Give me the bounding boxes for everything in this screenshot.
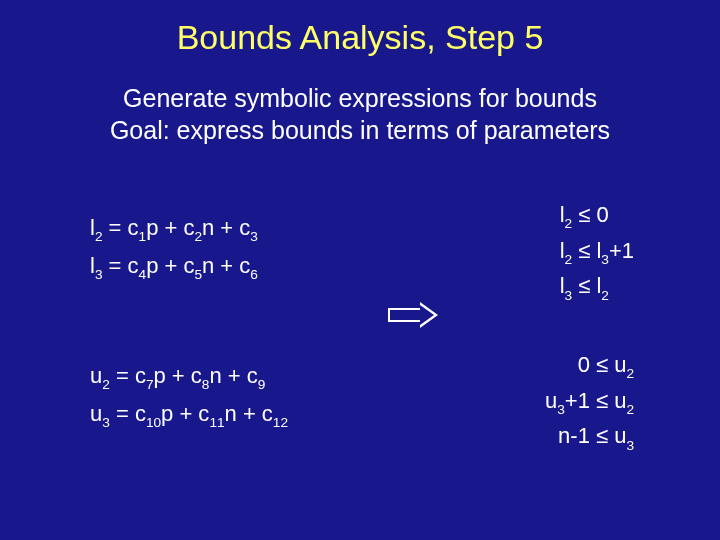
constraints-lower: 0 ≤ u2u3+1 ≤ u2n-1 ≤ u3: [545, 348, 634, 455]
subtitle-line-2: Goal: express bounds in terms of paramet…: [110, 116, 610, 144]
coef-sub: 5: [194, 267, 202, 282]
coef-sub: 7: [146, 377, 154, 392]
constraints-upper: l2 ≤ 0l2 ≤ l3+1l3 ≤ l2: [560, 198, 634, 305]
eq-lhs-sub: 3: [102, 415, 110, 430]
coef-sub: 6: [250, 267, 258, 282]
eq-lhs: u: [90, 401, 102, 426]
equation-l2: l2 = c1p + c2n + c3: [90, 215, 258, 243]
constraint-line: 0 ≤ u2: [545, 348, 634, 384]
equation-l3: l3 = c4p + c5n + c6: [90, 253, 258, 281]
coef-sub: 2: [194, 229, 202, 244]
equation-u3: u3 = c10p + c11n + c12: [90, 401, 288, 429]
eq-lhs: u: [90, 363, 102, 388]
coef-sub: 9: [258, 377, 266, 392]
slide-title: Bounds Analysis, Step 5: [0, 18, 720, 57]
coef-sub: 12: [273, 415, 288, 430]
coef-sub: 11: [209, 415, 224, 430]
constraint-line: l3 ≤ l2: [560, 269, 634, 305]
constraint-line: l2 ≤ 0: [560, 198, 634, 234]
eq-lhs-sub: 2: [102, 377, 110, 392]
coef-sub: 3: [250, 229, 258, 244]
slide-subtitle: Generate symbolic expressions for bounds…: [0, 82, 720, 146]
constraint-line: n-1 ≤ u3: [545, 419, 634, 455]
coef-sub: 10: [146, 415, 161, 430]
eq-lhs-sub: 3: [95, 267, 103, 282]
arrow-icon: [388, 302, 440, 328]
constraint-line: l2 ≤ l3+1: [560, 234, 634, 270]
coef-sub: 1: [139, 229, 147, 244]
slide: Bounds Analysis, Step 5 Generate symboli…: [0, 0, 720, 540]
eq-lhs-sub: 2: [95, 229, 103, 244]
subtitle-line-1: Generate symbolic expressions for bounds: [123, 84, 597, 112]
coef-sub: 4: [139, 267, 147, 282]
equation-u2: u2 = c7p + c8n + c9: [90, 363, 265, 391]
coef-sub: 8: [202, 377, 210, 392]
constraint-line: u3+1 ≤ u2: [545, 384, 634, 420]
